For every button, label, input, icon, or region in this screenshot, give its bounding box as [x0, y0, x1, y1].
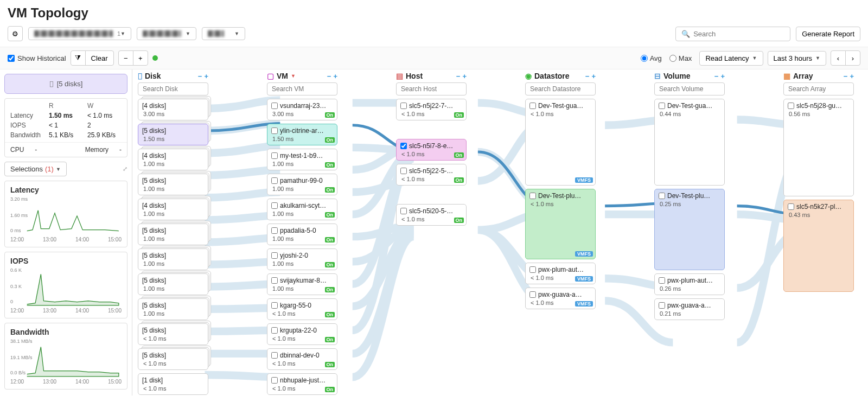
datastore-node[interactable]: pwx-plum-aut…< 1.0 msVMFS	[525, 263, 596, 284]
iops-chart[interactable]: 0.6 K 0.3 K 0	[10, 267, 122, 307]
selections-dropdown[interactable]: Selections (1) ▼	[4, 162, 67, 176]
host-node-checkbox[interactable]	[400, 103, 407, 109]
volume-node[interactable]: pwx-guava-a…0.21 ms	[654, 298, 725, 320]
expand-icon[interactable]: +	[462, 72, 467, 80]
expand-icon[interactable]: +	[720, 72, 725, 80]
disk-node[interactable]: [1 disk]< 1.0 ms	[138, 373, 208, 395]
vm-node-checkbox[interactable]	[271, 103, 278, 109]
vm-node-checkbox[interactable]	[271, 277, 278, 284]
volume-node[interactable]: Dev-Test-plu…0.25 ms	[654, 189, 725, 270]
vm-node-checkbox[interactable]	[271, 302, 278, 309]
vm-node-checkbox[interactable]	[271, 252, 278, 259]
datastore-node-checkbox[interactable]	[529, 291, 536, 298]
host-node[interactable]: slc5-n5j22-7-…< 1.0 msOn	[396, 99, 467, 120]
array-node-checkbox[interactable]	[788, 203, 794, 210]
vm-node[interactable]: vsundarraj-23…3.00 msOn	[267, 99, 337, 120]
zoom-out-button[interactable]: −	[118, 50, 133, 66]
datastore-node-checkbox[interactable]	[529, 193, 536, 199]
vm-node-checkbox[interactable]	[271, 227, 278, 234]
collapse-icon[interactable]: −	[844, 72, 848, 80]
expand-icon[interactable]: +	[204, 72, 208, 80]
expand-icon[interactable]: +	[333, 72, 337, 80]
vm-node[interactable]: yjoshi-2-01.00 msOn	[267, 248, 337, 270]
collapse-icon[interactable]: −	[456, 72, 461, 80]
expand-icon[interactable]: +	[850, 72, 854, 80]
prev-button[interactable]: ‹	[831, 50, 846, 66]
host-node-checkbox[interactable]	[400, 168, 407, 174]
scope-dropdown-2[interactable]: ▼	[137, 27, 196, 40]
disk-node[interactable]: [5 disks]1.00 ms	[138, 224, 208, 245]
datastore-node[interactable]: Dev-Test-plu…< 1.0 msVMFS	[525, 189, 596, 259]
disk-node[interactable]: [4 disks]1.00 ms	[138, 149, 208, 170]
vm-node[interactable]: ppadalia-5-01.00 msOn	[267, 224, 337, 245]
show-historical-toggle[interactable]: Show Historical	[8, 54, 66, 62]
sort-desc-icon[interactable]: ▼	[291, 73, 296, 79]
host-node[interactable]: slc5-n5i7-8-e…< 1.0 msOn	[396, 139, 467, 161]
disk-search-input[interactable]	[138, 82, 208, 95]
agg-avg[interactable]: Avg	[641, 54, 662, 62]
latency-chart[interactable]: 3.20 ms 1.60 ms 0 ms	[10, 196, 122, 235]
scope-dropdown-3[interactable]: ▼	[202, 27, 245, 40]
filter-button[interactable]: ⧩	[71, 50, 86, 66]
expand-icon[interactable]: ⤢	[123, 165, 127, 173]
datastore-node[interactable]: pwx-guava-a…< 1.0 msVMFS	[525, 288, 596, 309]
vm-node[interactable]: pamathur-99-01.00 msOn	[267, 174, 337, 195]
vm-node-checkbox[interactable]	[271, 152, 278, 159]
disk-node[interactable]: [5 disks]1.00 ms	[138, 174, 208, 195]
host-node-checkbox[interactable]	[400, 208, 407, 214]
vm-node-checkbox[interactable]	[271, 327, 278, 334]
vm-node-checkbox[interactable]	[271, 127, 278, 134]
generate-report-button[interactable]: Generate Report	[796, 27, 860, 41]
vm-node-checkbox[interactable]	[271, 177, 278, 184]
vm-node-checkbox[interactable]	[271, 202, 278, 209]
collapse-icon[interactable]: −	[714, 72, 719, 80]
volume-node-checkbox[interactable]	[659, 103, 665, 109]
zoom-in-button[interactable]: +	[133, 50, 148, 66]
agg-max[interactable]: Max	[669, 54, 692, 62]
vm-node[interactable]: ylin-citrine-ar…1.50 msOn	[267, 124, 337, 145]
host-search-input[interactable]	[396, 82, 467, 95]
timerange-dropdown[interactable]: Last 3 hours ▼	[768, 51, 826, 66]
volume-node-checkbox[interactable]	[659, 302, 665, 309]
host-node-checkbox[interactable]	[400, 143, 407, 149]
metric-dropdown[interactable]: Read Latency ▼	[699, 51, 763, 66]
vm-node-checkbox[interactable]	[271, 352, 278, 359]
disk-summary-card[interactable]: ⌷ [5 disks]	[4, 74, 127, 94]
array-search-input[interactable]	[783, 82, 854, 95]
volume-node-checkbox[interactable]	[659, 277, 665, 284]
volume-node-checkbox[interactable]	[659, 193, 665, 199]
clear-button[interactable]: Clear	[85, 50, 114, 66]
vm-node[interactable]: my-test-1-b9…1.00 msOn	[267, 149, 337, 170]
array-node-checkbox[interactable]	[788, 103, 794, 109]
disk-node[interactable]: [5 disks]1.00 ms	[138, 298, 208, 320]
topology-canvas[interactable]: ⌷ Disk − + [4 disks]3.00 ms[5 disks]1.50…	[132, 69, 868, 395]
search-input[interactable]	[693, 30, 784, 38]
disk-node[interactable]: [5 disks]1.50 ms	[138, 124, 208, 145]
vm-node[interactable]: akulkarni-scyt…1.00 msOn	[267, 199, 337, 220]
scope-dropdown-1[interactable]: 1 ▼	[28, 27, 131, 40]
global-search[interactable]: 🔍	[675, 27, 790, 41]
show-historical-checkbox[interactable]	[8, 55, 15, 62]
vm-node-checkbox[interactable]	[271, 377, 278, 384]
host-node[interactable]: slc5-n5i20-5-…< 1.0 msOn	[396, 204, 467, 226]
vm-node[interactable]: dbinnal-dev-0< 1.0 msOn	[267, 348, 337, 370]
expand-icon[interactable]: +	[591, 72, 596, 80]
datastore-search-input[interactable]	[525, 82, 596, 95]
collapse-icon[interactable]: −	[327, 72, 331, 80]
disk-node[interactable]: [5 disks]1.00 ms	[138, 248, 208, 270]
disk-node[interactable]: [4 disks]3.00 ms	[138, 99, 208, 120]
collapse-icon[interactable]: −	[585, 72, 590, 80]
vm-node[interactable]: nbhupale-just…< 1.0 msOn	[267, 373, 337, 395]
avg-radio[interactable]	[641, 55, 648, 62]
settings-button[interactable]: ⚙	[8, 26, 23, 41]
bandwidth-chart[interactable]: 38.1 MB/s 19.1 MB/s 0.0 B/s	[10, 339, 122, 378]
disk-node[interactable]: [5 disks]1.00 ms	[138, 273, 208, 295]
vm-node[interactable]: svijaykumar-8…1.00 msOn	[267, 273, 337, 295]
disk-node[interactable]: [5 disks]< 1.0 ms	[138, 323, 208, 345]
array-node[interactable]: slc5-n5j28-gu…0.56 ms	[783, 99, 854, 196]
next-button[interactable]: ›	[845, 50, 860, 66]
datastore-node-checkbox[interactable]	[529, 266, 536, 273]
array-node[interactable]: slc5-n5k27-pl…0.43 ms	[783, 200, 854, 292]
vm-node[interactable]: kgarg-55-0< 1.0 msOn	[267, 298, 337, 320]
disk-node[interactable]: [5 disks]< 1.0 ms	[138, 348, 208, 370]
